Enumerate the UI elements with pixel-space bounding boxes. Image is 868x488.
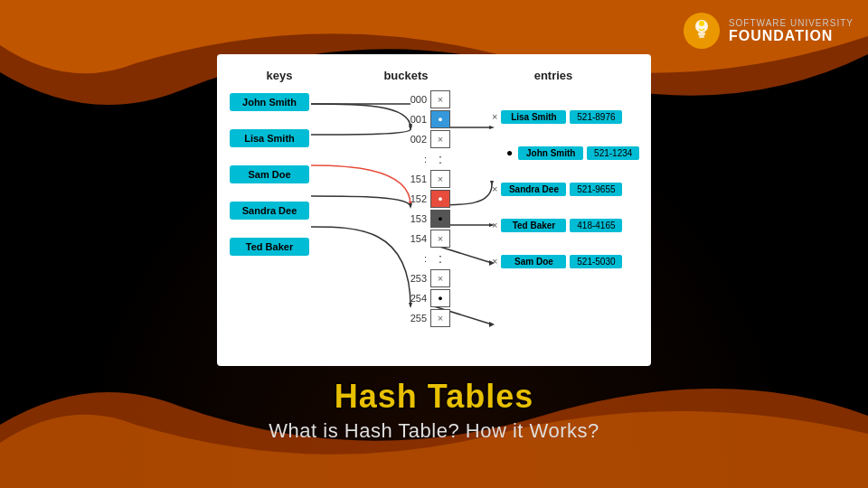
- svg-point-4: [699, 21, 704, 26]
- bottom-text: Hash Tables What is Hash Table? How it W…: [0, 378, 868, 443]
- diagram-container: keys buckets entries: [217, 54, 651, 366]
- entry-lisa-smith: × Lisa Smith 521-8976: [492, 108, 639, 126]
- svg-marker-19: [489, 322, 495, 327]
- bucket-153: 153: [401, 209, 450, 229]
- bucket-002: 002: [401, 129, 450, 149]
- logo-foundation-label: FOUNDATION: [729, 28, 854, 44]
- bucket-001: 001: [401, 109, 450, 129]
- bucket-dots-1: : :: [401, 149, 450, 169]
- svg-rect-3: [699, 35, 704, 38]
- logo-icon: [682, 11, 722, 51]
- svg-rect-2: [698, 33, 705, 35]
- key-ted-baker: Ted Baker: [230, 238, 309, 256]
- bucket-000: 000: [401, 89, 450, 109]
- key-lisa-smith: Lisa Smith: [230, 129, 309, 147]
- bucket-154: 154: [401, 229, 450, 249]
- entries-header: entries: [474, 69, 633, 82]
- bucket-151: 151: [401, 169, 450, 189]
- entry-sam-doe: × Sam Doe 521-5030: [492, 252, 639, 270]
- entry-ted-baker: × Ted Baker 418-4165: [492, 216, 639, 234]
- page-subtitle: What is Hash Table? How it Works?: [0, 419, 868, 443]
- entry-john-smith: ● John Smith 521-1234: [506, 144, 639, 162]
- bucket-255: 255: [401, 308, 450, 328]
- bucket-253: 253: [401, 268, 450, 288]
- logo-university-label: SOFTWARE UNIVERSITY: [729, 18, 854, 28]
- logo: SOFTWARE UNIVERSITY FOUNDATION: [682, 11, 854, 51]
- bucket-dots-2: : :: [401, 249, 450, 268]
- key-sandra-dee: Sandra Dee: [230, 202, 309, 220]
- entry-sandra-dee: × Sandra Dee 521-9655: [492, 180, 639, 198]
- key-john-smith: John Smith: [230, 93, 309, 111]
- buckets-header: buckets: [356, 69, 456, 82]
- page-title: Hash Tables: [0, 378, 868, 416]
- key-sam-doe: Sam Doe: [230, 165, 309, 183]
- keys-header: keys: [230, 69, 329, 82]
- bucket-254: 254: [401, 288, 450, 308]
- column-headers: keys buckets entries: [230, 69, 633, 82]
- bucket-152: 152: [401, 189, 450, 209]
- logo-text: SOFTWARE UNIVERSITY FOUNDATION: [729, 18, 854, 44]
